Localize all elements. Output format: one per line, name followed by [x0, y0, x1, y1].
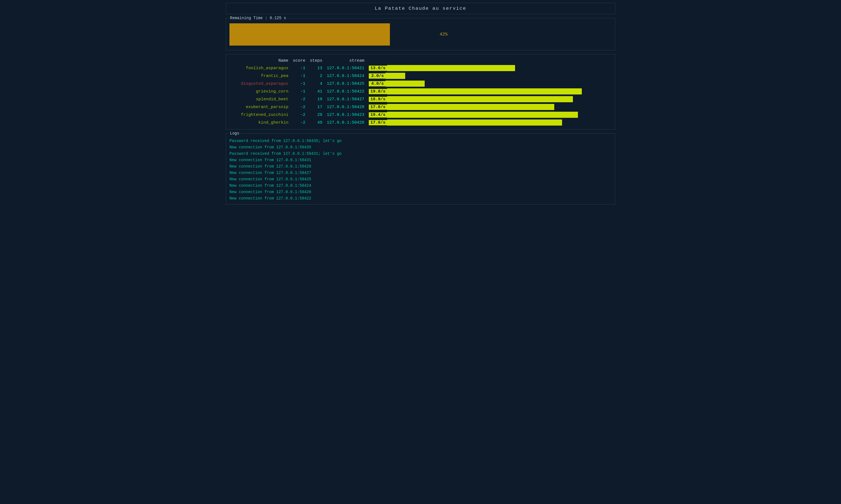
player-steps: 2	[308, 72, 325, 80]
col-header-score: score	[291, 57, 308, 64]
rate-bar	[387, 120, 562, 126]
player-stream: 127.0.0.1:50423	[325, 111, 366, 119]
table-row: exuberant_parsnip -2 17 127.0.0.1:50428 …	[229, 103, 612, 111]
player-name: grieving_corn	[229, 88, 291, 95]
player-steps: 49	[308, 119, 325, 126]
col-header-rate	[366, 57, 612, 64]
player-steps: 17	[308, 103, 325, 111]
progress-percentage: 42%	[440, 32, 448, 37]
rate-label: 19.4/s	[369, 112, 387, 118]
rate-label: 4.0/s	[369, 81, 385, 86]
player-stream: 127.0.0.1:50428	[325, 103, 366, 111]
player-rate-cell: 17.0/s	[366, 103, 612, 111]
player-score: -2	[291, 119, 308, 126]
player-name: foolish_asparagus	[229, 64, 291, 72]
player-steps: 13	[308, 64, 325, 72]
leaderboard-body: foolish_asparagus -1 13 127.0.0.1:50421 …	[229, 64, 612, 126]
log-line: New connection from 127.0.0.1:50427	[229, 170, 612, 176]
log-line: New connection from 127.0.0.1:50431	[229, 157, 612, 163]
player-score: -1	[291, 72, 308, 80]
log-line: New connection from 127.0.0.1:50435	[229, 144, 612, 150]
player-steps: 41	[308, 88, 325, 95]
player-stream: 127.0.0.1:50422	[325, 88, 366, 95]
player-score: -2	[291, 111, 308, 119]
timer-label: Remaining Time : 0.125 s	[229, 16, 287, 20]
player-score: -1	[291, 64, 308, 72]
player-name: kind_gherkin	[229, 119, 291, 126]
player-score: -1	[291, 80, 308, 88]
log-line: New connection from 127.0.0.1:50422	[229, 196, 612, 201]
rate-label: 13.0/s	[369, 66, 387, 71]
app-container: La Patate Chaude au service Remaining Ti…	[226, 3, 615, 204]
leaderboard-section: Name score steps stream foolish_asparagu…	[226, 54, 615, 129]
log-line: Password received from 127.0.0.1:50435; …	[229, 138, 612, 144]
rate-label: 18.9/s	[369, 97, 387, 102]
player-rate-cell: 4.0/s	[366, 80, 612, 88]
table-row: frantic_pea -1 2 127.0.0.1:50424 2.0/s	[229, 72, 612, 80]
player-rate-cell: 17.8/s	[366, 119, 612, 126]
timer-section: Remaining Time : 0.125 s 42%	[226, 18, 615, 50]
logs-content: Password received from 127.0.0.1:50435; …	[229, 138, 612, 201]
col-header-stream: stream	[325, 57, 366, 64]
rate-bar	[387, 112, 578, 118]
player-score: -1	[291, 88, 308, 95]
leaderboard-table: Name score steps stream foolish_asparagu…	[229, 57, 612, 126]
player-name: frightened_zucchini	[229, 111, 291, 119]
table-row: kind_gherkin -2 49 127.0.0.1:50426 17.8/…	[229, 119, 612, 126]
rate-label: 17.8/s	[369, 120, 387, 125]
player-name: disgusted_asparagus	[229, 80, 291, 88]
player-rate-cell: 19.8/s	[366, 88, 612, 95]
player-stream: 127.0.0.1:50424	[325, 72, 366, 80]
player-steps: 4	[308, 80, 325, 88]
table-row: grieving_corn -1 41 127.0.0.1:50422 19.8…	[229, 88, 612, 95]
log-line: Password received from 127.0.0.1:50431; …	[229, 151, 612, 157]
player-name: exuberant_parsnip	[229, 103, 291, 111]
col-header-steps: steps	[308, 57, 325, 64]
log-line: New connection from 127.0.0.1:50425	[229, 176, 612, 182]
player-steps: 26	[308, 111, 325, 119]
player-rate-cell: 2.0/s	[366, 72, 612, 80]
rate-bar	[387, 88, 582, 94]
player-score: -2	[291, 103, 308, 111]
player-name: splendid_beet	[229, 95, 291, 103]
player-stream: 127.0.0.1:50425	[325, 80, 366, 88]
log-line: New connection from 127.0.0.1:50424	[229, 183, 612, 188]
player-stream: 127.0.0.1:50427	[325, 95, 366, 103]
table-header-row: Name score steps stream	[229, 57, 612, 64]
rate-bar	[387, 65, 515, 71]
player-score: -2	[291, 95, 308, 103]
table-row: disgusted_asparagus -1 4 127.0.0.1:50425…	[229, 80, 612, 88]
log-line: New connection from 127.0.0.1:50428	[229, 164, 612, 169]
player-rate-cell: 19.4/s	[366, 111, 612, 119]
player-rate-cell: 13.0/s	[366, 64, 612, 72]
rate-label: 19.8/s	[369, 89, 387, 94]
progress-bar	[229, 23, 390, 46]
logs-label: Logs	[229, 131, 241, 136]
col-header-name: Name	[229, 57, 291, 64]
table-row: splendid_beet -2 19 127.0.0.1:50427 18.9…	[229, 95, 612, 103]
player-stream: 127.0.0.1:50421	[325, 64, 366, 72]
player-rate-cell: 18.9/s	[366, 95, 612, 103]
player-steps: 19	[308, 95, 325, 103]
progress-container: 42%	[229, 23, 612, 46]
rate-bar	[385, 80, 425, 87]
title-bar: La Patate Chaude au service	[226, 3, 615, 14]
log-line: New connection from 127.0.0.1:50426	[229, 189, 612, 195]
player-name: frantic_pea	[229, 72, 291, 80]
rate-bar	[385, 73, 405, 79]
rate-bar	[387, 104, 554, 110]
rate-bar	[387, 96, 573, 102]
rate-label: 2.0/s	[369, 73, 385, 79]
table-row: frightened_zucchini -2 26 127.0.0.1:5042…	[229, 111, 612, 119]
rate-label: 17.0/s	[369, 105, 387, 110]
table-row: foolish_asparagus -1 13 127.0.0.1:50421 …	[229, 64, 612, 72]
player-stream: 127.0.0.1:50426	[325, 119, 366, 126]
app-title: La Patate Chaude au service	[375, 6, 466, 11]
logs-section: Logs Password received from 127.0.0.1:50…	[226, 133, 615, 204]
